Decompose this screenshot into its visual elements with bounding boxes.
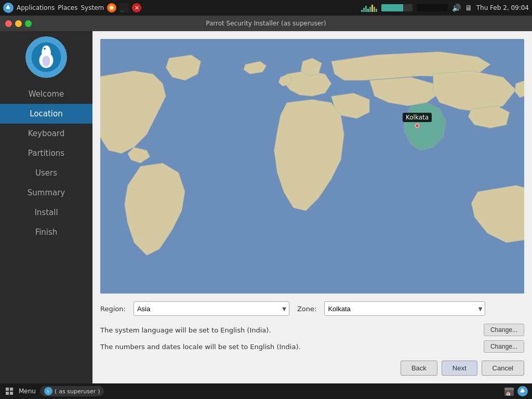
svg-rect-17 — [6, 392, 9, 395]
places-menu[interactable]: Places — [58, 4, 77, 11]
cancel-button[interactable]: Cancel — [482, 361, 524, 376]
svg-rect-22 — [504, 388, 514, 390]
top-taskbar: Applications Places System _ ✕ — [0, 0, 532, 16]
svg-point-12 — [44, 48, 46, 50]
app-icon[interactable]: ✕ — [132, 3, 141, 12]
parrot-bottom-icon[interactable] — [517, 386, 528, 396]
bottom-taskbar: Menu S ( as superuser ) 📅 — [0, 383, 532, 399]
parrot-logo-icon — [3, 3, 14, 13]
region-select[interactable]: Asia Africa America Antarctica Arctic At… — [134, 301, 289, 316]
region-select-wrapper: Asia Africa America Antarctica Arctic At… — [134, 301, 289, 316]
region-label: Region: — [100, 305, 126, 313]
sidebar-item-install[interactable]: Install — [0, 203, 92, 222]
back-button[interactable]: Back — [401, 361, 437, 376]
window-title: Parrot Security Installer (as superuser) — [206, 20, 326, 27]
zone-label: Zone: — [297, 305, 316, 313]
bottom-bar-right: 📅 — [504, 386, 528, 396]
calendar-icon[interactable]: 📅 — [504, 386, 514, 396]
location-marker[interactable]: Kolkata — [403, 113, 432, 128]
next-button[interactable]: Next — [442, 361, 477, 376]
firefox-icon[interactable] — [107, 3, 116, 12]
network-bar — [417, 4, 448, 11]
marker-dot — [415, 124, 419, 128]
applications-menu[interactable]: Applications — [17, 4, 55, 11]
svg-text:S: S — [47, 390, 49, 394]
sidebar-item-summary[interactable]: Summary — [0, 183, 92, 203]
sidebar: Welcome Location Keyboard Partitions Use… — [0, 31, 92, 383]
world-map[interactable]: Kolkata — [100, 39, 524, 294]
taskbar-right: 🔊 🖥 Thu Feb 2, 09:04 — [361, 4, 529, 12]
sidebar-item-finish[interactable]: Finish — [0, 222, 92, 242]
svg-rect-15 — [6, 388, 9, 391]
svg-point-13 — [43, 56, 50, 66]
superuser-badge[interactable]: S ( as superuser ) — [40, 386, 104, 396]
svg-rect-16 — [10, 388, 13, 391]
language-row: The system language will be set to Engli… — [100, 324, 524, 336]
sidebar-item-keyboard[interactable]: Keyboard — [0, 124, 92, 143]
maximize-button[interactable] — [25, 20, 32, 27]
sidebar-item-users[interactable]: Users — [0, 163, 92, 183]
zone-select-wrapper: Kolkata Dhaka Karachi Kathmandu Colombo … — [324, 301, 485, 316]
superuser-icon: S — [44, 387, 52, 395]
location-form: Region: Asia Africa America Antarctica A… — [100, 301, 524, 316]
superuser-text: as superuser — [59, 388, 96, 395]
locale-change-button[interactable]: Change... — [484, 340, 524, 353]
main-content: Kolkata Region: Asia Africa America Anta… — [92, 31, 532, 383]
close-button[interactable] — [5, 20, 12, 27]
cpu-bar — [381, 4, 413, 11]
navigation-buttons: Back Next Cancel — [100, 361, 524, 376]
titlebar: Parrot Security Installer (as superuser) — [0, 16, 532, 31]
zone-select[interactable]: Kolkata Dhaka Karachi Kathmandu Colombo … — [324, 301, 485, 316]
volume-icon[interactable]: 🔊 — [452, 4, 461, 12]
language-change-button[interactable]: Change... — [484, 324, 524, 336]
locale-info: The numbers and dates locale will be set… — [100, 343, 301, 351]
minimize-button[interactable] — [15, 20, 22, 27]
svg-text:📅: 📅 — [506, 391, 511, 396]
taskbar-left: Applications Places System _ ✕ — [3, 3, 141, 13]
sidebar-item-partitions[interactable]: Partitions — [0, 143, 92, 163]
installer-window: Welcome Location Keyboard Partitions Use… — [0, 31, 532, 383]
svg-text:✕: ✕ — [135, 5, 139, 11]
sidebar-logo — [25, 36, 67, 78]
clock: Thu Feb 2, 09:04 — [476, 4, 529, 11]
locale-row: The numbers and dates locale will be set… — [100, 340, 524, 353]
terminal-icon[interactable]: _ — [119, 3, 129, 12]
menu-label[interactable]: Menu — [19, 388, 36, 395]
marker-label: Kolkata — [403, 113, 432, 122]
language-info: The system language will be set to Engli… — [100, 326, 271, 334]
superuser-label: ( — [55, 388, 57, 395]
svg-rect-18 — [10, 392, 13, 395]
info-area: The system language will be set to Engli… — [100, 324, 524, 353]
sidebar-item-welcome[interactable]: Welcome — [0, 84, 92, 104]
system-menu[interactable]: System — [81, 4, 104, 11]
window-controls — [5, 20, 32, 27]
audio-visualizer — [361, 4, 377, 12]
sidebar-item-location[interactable]: Location — [0, 104, 92, 124]
display-icon[interactable]: 🖥 — [465, 4, 472, 12]
svg-point-3 — [110, 6, 113, 9]
svg-text:_: _ — [121, 5, 124, 11]
grid-icon[interactable] — [4, 386, 15, 396]
superuser-paren: ) — [98, 388, 100, 395]
